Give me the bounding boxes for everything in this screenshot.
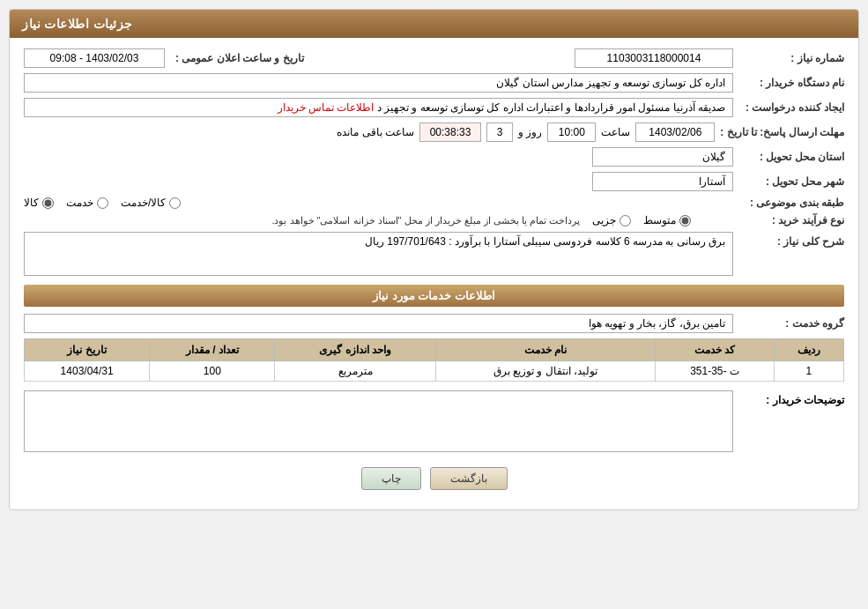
button-group: بازگشت چاپ — [24, 467, 844, 490]
namDastgah-label: نام دستگاه خریدار : — [738, 77, 844, 89]
ostan-label: استان محل تحویل : — [738, 151, 844, 163]
ijadKonande-label: ایجاد کننده درخواست : — [738, 101, 844, 114]
contact-link[interactable]: اطلاعات تماس خریدار — [278, 101, 375, 114]
print-button[interactable]: چاپ — [361, 467, 421, 490]
grohe-khedmat-value: تامین برق، گاز، بخار و تهویه هوا — [24, 314, 733, 333]
services-table: ردیف کد خدمت نام خدمت واحد اندازه گیری ت… — [24, 338, 844, 382]
col-kod: کد خدمت — [656, 339, 774, 361]
mohlat-rooz-label: روز و — [518, 126, 542, 138]
farayand-label: نوع فرآیند خرید : — [738, 214, 844, 227]
tabaqe-option-kala-khedmat[interactable]: کالا/خدمت — [121, 197, 181, 209]
table-row: 1 ت -35-351 تولید، انتقال و توزیع برق مت… — [25, 361, 844, 382]
cell-nam: تولید، انتقال و توزیع برق — [435, 361, 656, 382]
cell-vahed: مترمربع — [275, 361, 435, 382]
services-section-header: اطلاعات خدمات مورد نیاز — [24, 285, 844, 307]
cell-tarikh: 1403/04/31 — [25, 361, 150, 382]
namDastgah-value: اداره کل توسازی توسعه و تجهیز مدارس استا… — [24, 73, 733, 93]
farayand-radio-group: متوسط جزیی — [592, 214, 733, 227]
ostan-value: گیلان — [592, 147, 733, 167]
mohlat-mande-label: ساعت باقی مانده — [337, 126, 414, 138]
توضیحات-label: توضیحات خریدار : — [738, 390, 844, 406]
farayand-option-motavasset[interactable]: متوسط — [643, 214, 691, 227]
mohlat-saat-label: ساعت — [601, 126, 630, 138]
tarikhAelan-value: 1403/02/03 - 09:08 — [24, 48, 165, 68]
tarikhAelan-label: تاریخ و ساعت اعلان عمومی : — [175, 52, 304, 64]
cell-radif: 1 — [774, 361, 843, 382]
shahr-value: آستارا — [592, 172, 733, 191]
mohlat-rooz-value: 3 — [486, 123, 513, 142]
mohlat-label: مهلت ارسال پاسخ: تا تاریخ : — [720, 126, 844, 138]
col-radif: ردیف — [774, 339, 843, 361]
tabaqe-label: طبقه بندی موضوعی : — [738, 197, 844, 209]
cell-kod: ت -35-351 — [656, 361, 774, 382]
sharh-value: برق رسانی به مدرسه 6 کلاسه فردوسی سیبلی … — [24, 232, 733, 276]
page-title: جزئیات اطلاعات نیاز — [22, 17, 133, 31]
mohlat-date: 1403/02/06 — [635, 123, 715, 142]
tabaqe-radio-group: کالا/خدمت خدمت کالا — [24, 197, 733, 209]
sharh-label: شرح کلی نیاز : — [738, 232, 844, 248]
tabaqe-option-kala[interactable]: کالا — [24, 197, 54, 209]
col-vahed: واحد اندازه گیری — [275, 339, 435, 361]
mohlat-saat-value: 10:00 — [547, 123, 596, 142]
farayand-notice: پرداخت تمام یا بخشی از مبلغ خریدار از مح… — [271, 215, 580, 227]
col-nam: نام خدمت — [435, 339, 656, 361]
col-tarikh: تاریخ نیاز — [25, 339, 150, 361]
page-header: جزئیات اطلاعات نیاز — [10, 10, 858, 38]
shomareNiaz-label: شماره نیاز : — [738, 52, 844, 64]
توضیحات-textarea[interactable] — [24, 390, 733, 452]
grohe-khedmat-label: گروه خدمت : — [738, 317, 844, 330]
shahr-label: شهر محل تحویل : — [738, 175, 844, 188]
col-tedad: تعداد / مقدار — [150, 339, 275, 361]
ijadKonande-value: صدیقه آذرنیا مسئول امور قراردادها و اعتب… — [24, 98, 733, 117]
back-button[interactable]: بازگشت — [430, 467, 508, 490]
cell-tedad: 100 — [150, 361, 275, 382]
farayand-option-jozii[interactable]: جزیی — [592, 214, 631, 227]
shomareNiaz-value: 1103003118000014 — [575, 48, 733, 68]
mohlat-mande-value: 00:38:33 — [419, 123, 481, 142]
tabaqe-option-khedmat[interactable]: خدمت — [66, 197, 108, 209]
